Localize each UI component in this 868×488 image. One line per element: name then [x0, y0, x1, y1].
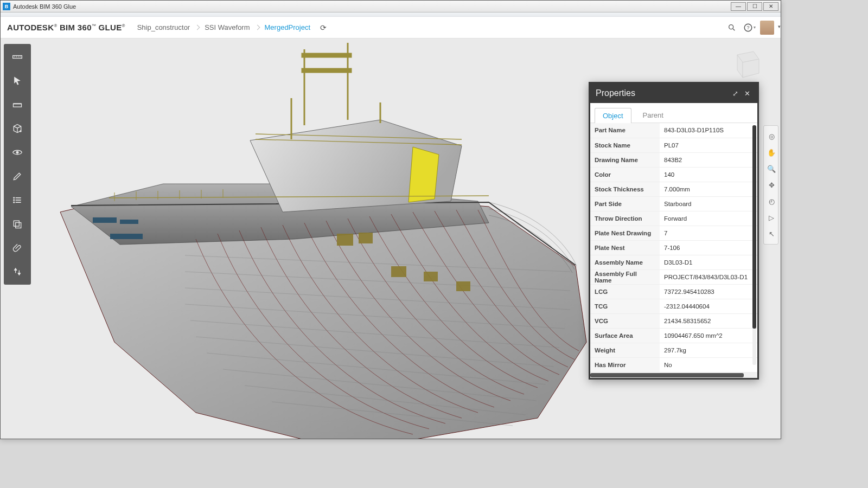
svg-point-47 [14, 200, 15, 201]
user-avatar[interactable] [760, 21, 774, 35]
chevron-right-icon [195, 25, 200, 30]
property-value: PROJECT/843/843/D3L03-D1 [660, 269, 757, 284]
svg-rect-28 [110, 234, 143, 239]
properties-tabs: Object Parent [590, 103, 757, 123]
svg-point-46 [14, 197, 15, 198]
breadcrumb-item[interactable]: SSI Waveform [200, 23, 254, 31]
svg-rect-27 [120, 220, 138, 224]
close-icon[interactable]: ✕ [742, 88, 752, 98]
svg-rect-50 [16, 223, 21, 228]
property-key: Part Side [590, 196, 660, 211]
properties-header[interactable]: Properties ⤢ ✕ [590, 84, 757, 103]
select-nav-icon[interactable]: ↖ [764, 226, 779, 242]
property-key: Has Mirror [590, 357, 660, 372]
property-value: 297.7kg [660, 343, 757, 357]
help-icon[interactable]: ? ▾ [742, 20, 757, 35]
properties-body: Part Name843-D3L03-D1P110SStock NamePL07… [590, 123, 757, 373]
expand-icon[interactable]: ⤢ [730, 88, 740, 98]
property-value: D3L03-D1 [660, 255, 757, 269]
properties-table: Part Name843-D3L03-D1P110SStock NamePL07… [590, 123, 757, 373]
property-key: TCG [590, 299, 660, 313]
pan-icon[interactable]: ✋ [764, 144, 779, 160]
property-key: Plate Nest Drawing [590, 226, 660, 240]
orbit-target-icon[interactable]: ◎ [764, 128, 779, 144]
properties-row: Throw DirectionForward [590, 211, 757, 226]
properties-row: Part SideStarboard [590, 196, 757, 211]
svg-rect-26 [93, 217, 117, 223]
properties-row: Stock NamePL07 [590, 138, 757, 152]
properties-row: TCG-2312.04440604 [590, 299, 757, 313]
view-cube[interactable] [726, 46, 764, 84]
properties-row: Has MirrorNo [590, 357, 757, 372]
property-value: 7 [660, 226, 757, 240]
property-key: Stock Thickness [590, 182, 660, 196]
layers-icon[interactable] [4, 212, 31, 236]
breadcrumb: Ship_constructor SSI Waveform MergedProj… [133, 23, 315, 31]
svg-point-42 [16, 151, 19, 154]
list-icon[interactable] [4, 188, 31, 212]
svg-point-48 [14, 202, 15, 203]
tab-parent[interactable]: Parent [635, 107, 672, 123]
svg-text:?: ? [746, 25, 749, 30]
svg-rect-17 [302, 69, 351, 72]
refresh-icon[interactable]: ⟳ [320, 23, 327, 32]
search-icon[interactable] [724, 20, 739, 35]
properties-row: Color140 [590, 167, 757, 182]
property-key: Stock Name [590, 138, 660, 152]
minimize-button[interactable]: — [731, 2, 746, 11]
property-key: Drawing Name [590, 152, 660, 167]
window-titlebar[interactable]: B Autodesk BIM 360 Glue — ☐ ✕ [1, 1, 781, 12]
zoom-icon[interactable]: 🔍 [764, 160, 779, 177]
properties-row: Assembly NameD3L03-D1 [590, 255, 757, 269]
property-value: Forward [660, 211, 757, 226]
right-nav-toolbar: ◎ ✋ 🔍 ✥ ◴ ▷ ↖ [763, 125, 778, 245]
app-header: AUTODESK® BIM 360™ GLUE® Ship_constructo… [1, 17, 781, 38]
property-key: Assembly Full Name [590, 269, 660, 284]
properties-scrollbar[interactable] [752, 125, 756, 365]
svg-rect-34 [13, 56, 22, 59]
property-value: 843-D3L03-D1P110S [660, 123, 757, 138]
pen-icon[interactable] [4, 164, 31, 188]
property-value: Starboard [660, 196, 757, 211]
property-value: -2312.04440604 [660, 299, 757, 313]
property-key: Color [590, 167, 660, 182]
close-button[interactable]: ✕ [763, 2, 778, 11]
cube-icon[interactable] [4, 117, 31, 140]
window-title: Autodesk BIM 360 Glue [13, 3, 76, 10]
cursor-icon[interactable] [4, 69, 31, 93]
section-icon[interactable] [4, 93, 31, 117]
property-key: Weight [590, 343, 660, 357]
breadcrumb-item[interactable]: Ship_constructor [133, 23, 195, 31]
eye-icon[interactable] [4, 140, 31, 164]
brand-logo: AUTODESK® BIM 360™ GLUE® [7, 23, 125, 32]
property-key: VCG [590, 313, 660, 328]
properties-row: Weight297.7kg [590, 343, 757, 357]
property-key: Plate Nest [590, 240, 660, 255]
attach-icon[interactable] [4, 236, 31, 260]
svg-rect-31 [391, 266, 406, 277]
ruler-icon[interactable] [4, 45, 31, 69]
svg-rect-16 [302, 54, 351, 57]
properties-row: Assembly Full NamePROJECT/843/843/D3L03-… [590, 269, 757, 284]
properties-row: Stock Thickness7.000mm [590, 182, 757, 196]
free-orbit-icon[interactable]: ✥ [764, 177, 779, 193]
tab-object[interactable]: Object [595, 108, 631, 123]
properties-hscrollbar[interactable] [590, 373, 757, 378]
properties-row: Plate Nest Drawing7 [590, 226, 757, 240]
left-toolbar [4, 44, 31, 285]
svg-rect-29 [337, 234, 353, 246]
svg-rect-30 [359, 233, 373, 243]
property-key: Throw Direction [590, 211, 660, 226]
maximize-button[interactable]: ☐ [747, 2, 762, 11]
application-window: B Autodesk BIM 360 Glue — ☐ ✕ AUTODESK® … [0, 0, 781, 439]
breadcrumb-item-active[interactable]: MergedProject [260, 23, 315, 31]
walk-icon[interactable]: ▷ [764, 209, 779, 226]
svg-rect-32 [424, 272, 438, 281]
properties-row: Plate Nest7-106 [590, 240, 757, 255]
svg-line-1 [733, 29, 735, 30]
property-value: 140 [660, 167, 757, 182]
sync-icon[interactable] [4, 260, 31, 284]
property-key: Surface Area [590, 328, 660, 343]
look-icon[interactable]: ◴ [764, 193, 779, 209]
properties-panel: Properties ⤢ ✕ Object Parent Part Name84… [589, 82, 759, 380]
